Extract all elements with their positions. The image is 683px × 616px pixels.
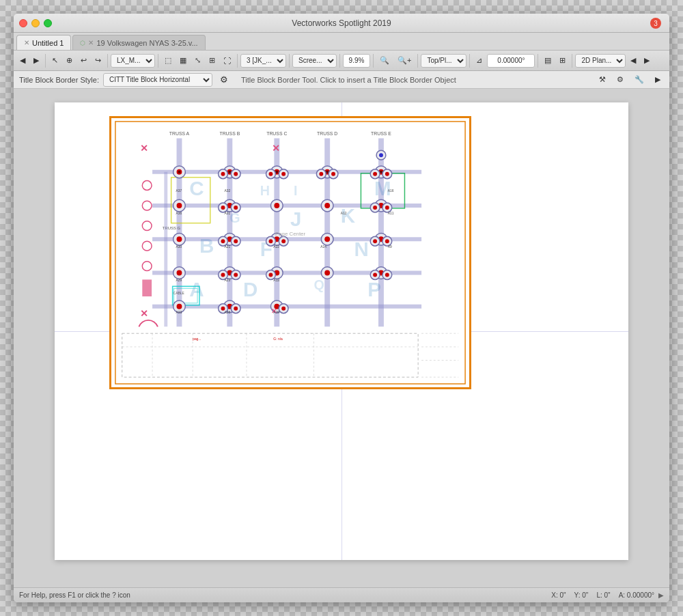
canvas-area[interactable]: TRUSS A TRUSS B TRUSS C TRUSS D TRUSS E bbox=[14, 89, 669, 587]
svg-text:A33: A33 bbox=[176, 311, 182, 314]
svg-text:A31: A31 bbox=[224, 212, 230, 215]
svg-text:A23: A23 bbox=[224, 279, 230, 282]
separator-1 bbox=[45, 54, 46, 68]
tool-extra-4[interactable]: ▶ bbox=[652, 72, 664, 87]
svg-point-116 bbox=[373, 239, 377, 243]
svg-text:M: M bbox=[374, 177, 391, 199]
svg-point-58 bbox=[275, 171, 278, 173]
tab-icon-vw: ⬡ bbox=[80, 40, 85, 46]
svg-text:A22: A22 bbox=[273, 245, 279, 249]
svg-point-136 bbox=[373, 273, 377, 277]
close-button[interactable] bbox=[19, 19, 27, 27]
plan-prev[interactable]: ◀ bbox=[627, 53, 639, 68]
svg-text:D: D bbox=[243, 278, 257, 300]
svg-text:A36: A36 bbox=[176, 212, 182, 215]
svg-text:TRUSS A: TRUSS A bbox=[169, 131, 190, 136]
style-select[interactable]: CITT Title Block Horizontal bbox=[103, 73, 212, 87]
svg-text:pag...: pag... bbox=[193, 337, 201, 341]
svg-text:A: A bbox=[189, 278, 204, 300]
svg-point-120 bbox=[177, 270, 182, 276]
svg-point-124 bbox=[221, 273, 225, 277]
plan-next[interactable]: ▶ bbox=[641, 53, 653, 68]
separator-8 bbox=[417, 54, 418, 68]
tool-7[interactable]: ⤡ bbox=[191, 53, 204, 68]
separator-10 bbox=[538, 54, 538, 68]
svg-point-112 bbox=[324, 236, 330, 242]
tab-untitled[interactable]: ✕ Untitled 1 bbox=[16, 35, 71, 50]
svg-point-71 bbox=[379, 153, 383, 157]
svg-point-65 bbox=[326, 171, 329, 173]
separator-7 bbox=[373, 54, 374, 68]
svg-text:B: B bbox=[199, 234, 214, 257]
svg-text:A19: A19 bbox=[273, 311, 279, 314]
svg-point-86 bbox=[234, 206, 238, 210]
tab-close-untitled[interactable]: ✕ bbox=[24, 39, 29, 46]
svg-point-140 bbox=[177, 304, 182, 309]
view-select[interactable]: Scree... bbox=[292, 54, 337, 68]
select-tool[interactable]: ↖ bbox=[48, 53, 61, 68]
svg-text:N: N bbox=[354, 238, 369, 260]
tool-8[interactable]: ⊞ bbox=[206, 53, 219, 68]
svg-point-104 bbox=[234, 239, 238, 243]
maximize-button[interactable] bbox=[44, 19, 52, 27]
grid-btn[interactable]: ⊞ bbox=[556, 53, 569, 68]
svg-point-84 bbox=[221, 206, 225, 210]
tool-5[interactable]: ⬚ bbox=[161, 53, 175, 68]
svg-text:I: I bbox=[294, 183, 297, 198]
svg-text:A21: A21 bbox=[224, 245, 230, 249]
tool-4[interactable]: ↪ bbox=[92, 53, 104, 68]
svg-text:A11: A11 bbox=[388, 212, 394, 215]
minimize-button[interactable] bbox=[31, 19, 40, 27]
main-toolbar: ◀ ▶ ↖ ⊕ ↩ ↪ LX_M... ⬚ ▦ ⤡ ⊞ ⛶ 3 [JK_... … bbox=[14, 51, 669, 71]
svg-text:✕: ✕ bbox=[140, 309, 148, 319]
tool-extra-1[interactable]: ⚒ bbox=[596, 72, 609, 87]
svg-text:P: P bbox=[367, 278, 381, 300]
tab-label-untitled: Untitled 1 bbox=[32, 39, 64, 47]
back-button[interactable]: ◀ bbox=[16, 53, 29, 68]
svg-point-53 bbox=[221, 172, 225, 176]
traffic-lights bbox=[19, 19, 52, 27]
svg-point-55 bbox=[234, 172, 238, 176]
separator-3 bbox=[158, 54, 158, 68]
settings-btn[interactable]: ⚙ bbox=[217, 72, 232, 87]
svg-text:Q: Q bbox=[313, 277, 324, 292]
svg-point-60 bbox=[268, 172, 273, 176]
layers-select[interactable]: 3 [JK_... bbox=[240, 54, 286, 68]
svg-point-98 bbox=[177, 236, 182, 242]
view-preset-select[interactable]: Top/Pl... bbox=[421, 54, 466, 68]
status-bar: For Help, press F1 or click the ? icon X… bbox=[14, 587, 669, 602]
tab-close-vw[interactable]: ✕ bbox=[88, 39, 94, 46]
svg-text:K: K bbox=[341, 204, 356, 227]
zoom-in[interactable]: 🔍+ bbox=[394, 53, 415, 68]
svg-text:TRUSS E: TRUSS E bbox=[371, 131, 391, 136]
svg-point-67 bbox=[319, 172, 323, 176]
svg-point-110 bbox=[281, 239, 285, 243]
app-window: Vectorworks Spotlight 2019 3 ✕ Untitled … bbox=[14, 14, 669, 602]
svg-text:C: C bbox=[189, 177, 204, 199]
svg-rect-41 bbox=[142, 279, 152, 296]
angle-input[interactable] bbox=[487, 54, 535, 68]
plan-mode-select[interactable]: 2D Plan... bbox=[575, 54, 626, 68]
svg-point-150 bbox=[281, 307, 285, 311]
tab-vw[interactable]: ⬡ ✕ 19 Volkswagen NYAS 3-25.v... bbox=[72, 35, 205, 50]
svg-point-108 bbox=[268, 239, 273, 243]
tool-extra-3[interactable]: 🔧 bbox=[631, 72, 647, 87]
tool-extra-2[interactable]: ⚙ bbox=[613, 72, 627, 87]
svg-point-96 bbox=[385, 206, 389, 210]
tab-bar: ✕ Untitled 1 ⬡ ✕ 19 Volkswagen NYAS 3-25… bbox=[14, 33, 669, 51]
tool-3[interactable]: ↩ bbox=[77, 53, 90, 68]
tool-2[interactable]: ⊕ bbox=[63, 53, 76, 68]
workspace-select[interactable]: LX_M... bbox=[111, 54, 155, 68]
drawing-frame: TRUSS A TRUSS B TRUSS C TRUSS D TRUSS E bbox=[109, 116, 471, 389]
notification-badge: 3 bbox=[650, 18, 661, 29]
tool-6[interactable]: ▦ bbox=[176, 53, 190, 68]
angle-btn[interactable]: ⊿ bbox=[473, 53, 486, 68]
svg-text:G: n/a: G: n/a bbox=[273, 337, 283, 341]
forward-button[interactable]: ▶ bbox=[30, 53, 42, 68]
separator-2 bbox=[107, 54, 108, 68]
layout-btn[interactable]: ▤ bbox=[541, 53, 555, 68]
zoom-tools[interactable]: 🔍 bbox=[376, 53, 393, 68]
tool-9[interactable]: ⛶ bbox=[220, 53, 234, 68]
separator-5 bbox=[289, 54, 290, 68]
zoom-input[interactable] bbox=[343, 54, 370, 68]
